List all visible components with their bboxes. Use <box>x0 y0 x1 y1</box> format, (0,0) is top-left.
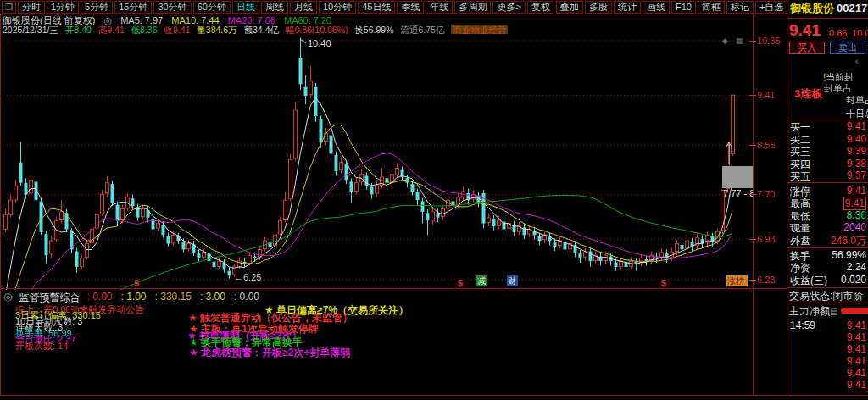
period-item[interactable]: 30分钟 <box>153 1 191 14</box>
bid-row[interactable]: 买三9.39 <box>787 145 868 157</box>
panel-icon[interactable]: ▤ <box>830 307 837 316</box>
candle <box>101 194 104 214</box>
event-badge[interactable]: 涨榜 <box>727 276 744 286</box>
window-bottom-border <box>0 395 868 396</box>
window-split-icon[interactable]: ❐ <box>2 1 16 14</box>
period-item[interactable]: 1分钟 <box>47 1 79 14</box>
toolbar-action[interactable]: 标记 <box>726 1 754 14</box>
candle <box>172 235 175 243</box>
toolbar-action[interactable]: 画线 <box>643 1 670 14</box>
toolbar-action[interactable]: 简框 <box>698 1 725 14</box>
period-item[interactable]: 月线 <box>290 1 317 14</box>
event-badge[interactable]: 减 <box>477 276 486 286</box>
toolbar-action[interactable]: +自选 <box>755 1 787 14</box>
volume-value: 量384.6万 <box>197 25 236 34</box>
event-badge[interactable]: 财 <box>508 276 516 286</box>
candle <box>660 253 664 258</box>
stat-value: 2040 <box>843 221 866 233</box>
collapse-arrow-icon[interactable]: ‹ <box>855 56 859 66</box>
period-item[interactable]: 15分钟 <box>114 1 152 14</box>
tick-price: 9.41 <box>847 343 866 355</box>
sell-button[interactable]: 卖出 <box>830 42 865 54</box>
bid-price: 9.38 <box>847 158 866 169</box>
event-marker[interactable]: $ <box>458 278 463 288</box>
toolbar-actions: 复权叠加多股统计画线F10简框标记+自选返回 <box>527 1 787 14</box>
diamond-icon[interactable]: ◆ <box>722 36 728 45</box>
indicator-param: : 3.00 <box>200 291 225 305</box>
limit-up-streak-badge: 3连板 <box>794 86 822 102</box>
industry-tag[interactable]: 商业物业经营 <box>451 25 508 34</box>
candle <box>431 212 435 221</box>
stat-label: 外盘 <box>790 234 810 248</box>
bid-row[interactable]: 买二9.40 <box>787 133 868 145</box>
period-item[interactable]: 10分钟 <box>319 1 356 14</box>
toolbar-action[interactable]: F10 <box>671 1 696 14</box>
candle <box>304 87 308 96</box>
stock-name: 御银股份 <box>790 2 834 14</box>
axis-price-label: 10.35 <box>757 36 781 46</box>
toolbar-action[interactable]: 多股 <box>585 1 612 14</box>
indicator-panel: ◎ 监管预警综合 : 0.00: 1.00: 330.15: 3.00: 0.0… <box>0 289 753 395</box>
candle <box>325 134 328 142</box>
candle <box>615 263 618 268</box>
period-item[interactable]: 5分钟 <box>81 1 113 14</box>
note-text: 封单占 <box>824 83 852 93</box>
divider <box>787 247 868 248</box>
candle <box>370 187 374 195</box>
event-marker[interactable]: $ <box>661 278 666 288</box>
period-item[interactable]: 年线 <box>426 1 453 14</box>
axis-tick <box>749 239 756 240</box>
period-item[interactable]: 60分钟 <box>193 1 231 14</box>
period-item[interactable]: 周线 <box>261 1 288 14</box>
candle <box>589 252 593 262</box>
note-text: 十日总 <box>846 108 868 119</box>
main-flow-bar <box>841 308 868 314</box>
period-item[interactable]: 45日线 <box>358 1 395 14</box>
stat-row: 收益(三)0.020 <box>787 274 868 286</box>
toolbar-action[interactable]: 统计 <box>614 1 641 14</box>
chart-canvas[interactable]: 7.77 - 810.40←6.25$$减财$涨榜 <box>0 34 753 290</box>
axis-price-label: 7.70 <box>757 189 775 199</box>
period-item[interactable]: 多周期 <box>454 1 491 14</box>
axis-tick <box>749 95 756 96</box>
bid-row[interactable]: 买四9.38 <box>787 158 868 169</box>
period-item[interactable]: 分时 <box>18 1 45 14</box>
buy-button[interactable]: 买入 <box>789 42 825 54</box>
period-item[interactable]: 日线 <box>232 1 259 14</box>
candle <box>187 244 191 249</box>
toolbar-action[interactable]: 叠加 <box>556 1 583 14</box>
bid-row[interactable]: 买五9.37 <box>787 169 868 181</box>
stat-value: 9.41 <box>843 197 866 210</box>
stat-value: 8.36 <box>847 209 866 221</box>
bid-price: 9.40 <box>847 133 866 145</box>
toolbar-action[interactable]: 复权 <box>527 1 554 14</box>
event-marker[interactable]: $ <box>134 278 139 288</box>
stat-row: 最低8.36 <box>787 209 868 221</box>
chart-title: 御银股份(日线 前复权) <box>3 15 95 25</box>
candlestick-chart[interactable]: ◆ ▦ 7.77 - 810.40←6.25$$减财$涨榜 <box>0 34 753 290</box>
note-text: 当前封 <box>826 72 854 82</box>
bid-row[interactable]: 买一9.41 <box>787 120 868 132</box>
divider <box>787 182 868 183</box>
candle <box>136 207 140 217</box>
seal-note: 封单占 <box>846 94 868 107</box>
period-item[interactable]: 季线 <box>397 1 424 14</box>
candle <box>437 213 440 217</box>
marker-toggle-icon[interactable]: ◎ <box>103 15 112 25</box>
quote-sidebar: 御银股份002177 9.41 0.86 10.06 买入 卖出 ‹ !当前封 … <box>787 0 868 400</box>
candle <box>40 202 43 232</box>
grid-icon[interactable]: ▦ <box>736 36 743 45</box>
axis-price-label: 6.23 <box>757 275 775 285</box>
tick-row: 9.41 <box>787 331 868 343</box>
stat-row: 现量2040 <box>787 221 868 233</box>
stat-row: 净资2.24 <box>787 261 868 273</box>
stock-code: 002177 <box>837 2 868 14</box>
period-item[interactable]: 更多> <box>492 1 525 14</box>
last-price: 9.41 <box>789 21 821 40</box>
axis-tick <box>749 145 756 146</box>
candle <box>111 184 114 203</box>
candle <box>411 184 415 192</box>
tick-row: 9.41 <box>787 367 868 379</box>
candle <box>121 209 125 220</box>
candle <box>421 202 425 212</box>
